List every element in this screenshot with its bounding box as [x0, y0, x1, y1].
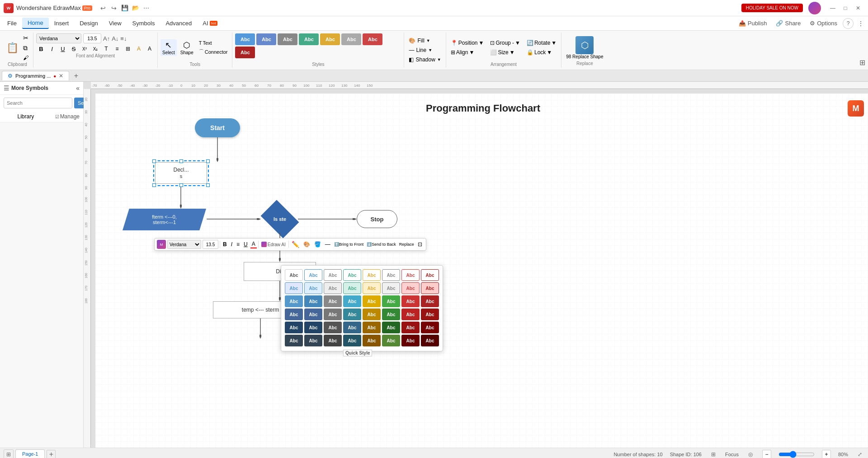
style-cell-4-7[interactable]: Abc [401, 308, 420, 320]
style-cell-5-4[interactable]: Abc [343, 322, 361, 333]
style-cell-2-2[interactable]: Abc [304, 282, 322, 294]
style-cell-2-8[interactable]: Abc [421, 282, 439, 294]
zoom-in-btn[interactable]: + [822, 450, 831, 458]
size-btn[interactable]: ⬜Size▼ [488, 48, 522, 56]
open-btn[interactable]: 📂 [130, 3, 141, 14]
style-cell-4-6[interactable]: Abc [382, 308, 400, 320]
rotate-btn[interactable]: 🔄Rotate▼ [525, 39, 558, 47]
connector-btn[interactable]: ⌒Connector [197, 47, 230, 56]
list-btn[interactable]: ≡ [112, 44, 122, 53]
help-btn[interactable]: ? [843, 18, 854, 29]
zoom-slider[interactable] [778, 451, 815, 458]
style-cell-5-2[interactable]: Abc [304, 322, 322, 333]
underline-btn[interactable]: U [58, 44, 68, 53]
ft-font-family[interactable]: Verdana [167, 240, 201, 249]
style-abc-6[interactable]: Abc [341, 33, 361, 45]
ft-font-size[interactable] [203, 240, 218, 249]
font-family-select[interactable]: Verdana [36, 33, 81, 43]
page-tab-1[interactable]: Page-1 [15, 449, 45, 458]
superscript-btn[interactable]: X² [80, 44, 90, 53]
style-cell-6-3[interactable]: Abc [324, 335, 342, 346]
style-cell-4-8[interactable]: Abc [421, 308, 439, 320]
style-cell-6-2[interactable]: Abc [304, 335, 322, 346]
style-cell-5-8[interactable]: Abc [421, 322, 439, 333]
paste-btn[interactable]: 📋 [5, 41, 20, 55]
format-painter-btn[interactable]: 🖌 [21, 54, 30, 62]
style-cell-2-3[interactable]: Abc [324, 282, 342, 294]
share-btn[interactable]: 🔗Share [772, 18, 804, 28]
style-cell-6-1[interactable]: Abc [285, 335, 303, 346]
navigator-btn[interactable]: ⊞ [4, 449, 14, 458]
sidebar-manage-link[interactable]: ☑Manage [52, 111, 83, 122]
style-cell-1-5[interactable]: Abc [363, 269, 381, 281]
shape-fterm[interactable]: fterm <---0,sterm<---1 [123, 209, 206, 230]
style-abc-1[interactable]: Abc [235, 33, 255, 45]
menu-home[interactable]: Home [22, 18, 49, 29]
shape-isste[interactable]: Is ste [262, 206, 298, 233]
sidebar-search-input[interactable] [4, 98, 72, 108]
style-cell-6-8[interactable]: Abc [421, 335, 439, 346]
position-btn[interactable]: 📍Position▼ [449, 39, 486, 47]
ft-edraw-ai-text[interactable]: Edraw AI [260, 241, 287, 248]
align-btn[interactable]: ≡↓ [120, 35, 127, 42]
shadow-btn[interactable]: ◧Shadow▼ [407, 56, 443, 64]
redo-btn[interactable]: ↪ [108, 3, 119, 14]
more-btn[interactable]: ⋯ [141, 3, 152, 14]
style-cell-3-8[interactable]: Abc [421, 295, 439, 307]
style-cell-3-1[interactable]: Abc [285, 295, 303, 307]
menu-view[interactable]: View [104, 18, 127, 28]
ft-italic-btn[interactable]: I [230, 241, 234, 248]
publish-btn[interactable]: 📤Publish [735, 18, 771, 28]
style-cell-1-7[interactable]: Abc [401, 269, 420, 281]
style-abc-4[interactable]: Abc [299, 33, 319, 45]
style-cell-3-7[interactable]: Abc [401, 295, 420, 307]
save-btn[interactable]: 💾 [119, 3, 130, 14]
cut-btn[interactable]: ✂ [21, 33, 30, 42]
style-cell-5-3[interactable]: Abc [324, 322, 342, 333]
style-abc-8[interactable]: Abc [235, 47, 255, 58]
fit-page-btn[interactable]: ⊞ [709, 450, 718, 458]
shape-btn[interactable]: ⬡ Shape [179, 39, 195, 56]
style-cell-4-1[interactable]: Abc [285, 308, 303, 320]
style-cell-6-4[interactable]: Abc Quick Style [343, 335, 361, 346]
lock-btn[interactable]: 🔒Lock▼ [525, 48, 558, 56]
menu-insert[interactable]: Insert [49, 18, 75, 28]
copy-btn[interactable]: ⧉ [21, 43, 30, 53]
align-arrange-btn[interactable]: ⊞Align▼ [449, 48, 486, 56]
maximize-btn[interactable]: □ [839, 4, 852, 13]
more-menu-btn[interactable]: ⋮ [855, 18, 866, 29]
ft-replace-btn[interactable]: Replace [398, 242, 415, 247]
add-tab-btn[interactable]: + [71, 71, 81, 81]
font-color-btn[interactable]: A [145, 44, 155, 53]
doc-tab[interactable]: ⚙ Programming ... ● ✕ [2, 71, 69, 80]
ribbon-expand-btn[interactable]: ⊞ [859, 33, 866, 68]
style-cell-2-4[interactable]: Abc [343, 282, 361, 294]
subscript-btn[interactable]: X₂ [90, 44, 100, 53]
sidebar-collapse-btn[interactable]: ☰ [4, 84, 9, 92]
shape-start[interactable]: Start [195, 118, 240, 137]
menu-ai[interactable]: AI hot [197, 18, 222, 28]
style-abc-2[interactable]: Abc [256, 33, 276, 45]
style-cell-2-6[interactable]: Abc [382, 282, 400, 294]
ft-styles-icon[interactable]: 🎨 [302, 241, 311, 248]
ft-bold-btn[interactable]: B [222, 241, 228, 248]
ft-send-back-btn[interactable]: ⬇️Send to Back [366, 242, 397, 247]
ft-align-btn[interactable]: ≡ [235, 241, 241, 248]
shape-decl[interactable]: Decl...s [155, 162, 207, 184]
menu-file[interactable]: File [2, 18, 22, 28]
style-abc-5[interactable]: Abc [320, 33, 340, 45]
bold-btn[interactable]: B [36, 44, 46, 53]
focus-btn[interactable]: ◎ [746, 450, 755, 458]
style-cell-2-7[interactable]: Abc [401, 282, 420, 294]
ft-font-color-btn[interactable]: A [250, 240, 257, 248]
style-cell-3-3[interactable]: Abc [324, 295, 342, 307]
style-cell-3-6[interactable]: Abc [382, 295, 400, 307]
replace-shape-btn[interactable]: ⬡ 98 Replace Shape [564, 34, 605, 61]
menu-symbols[interactable]: Symbols [127, 18, 160, 28]
strikethrough-btn[interactable]: S [69, 44, 79, 53]
style-cell-6-6[interactable]: Abc [382, 335, 400, 346]
indent-btn[interactable]: ⊞ [123, 44, 133, 53]
style-cell-1-2[interactable]: Abc [304, 269, 322, 281]
style-cell-1-4[interactable]: Abc [343, 269, 361, 281]
line-btn[interactable]: —Line▼ [407, 46, 443, 54]
